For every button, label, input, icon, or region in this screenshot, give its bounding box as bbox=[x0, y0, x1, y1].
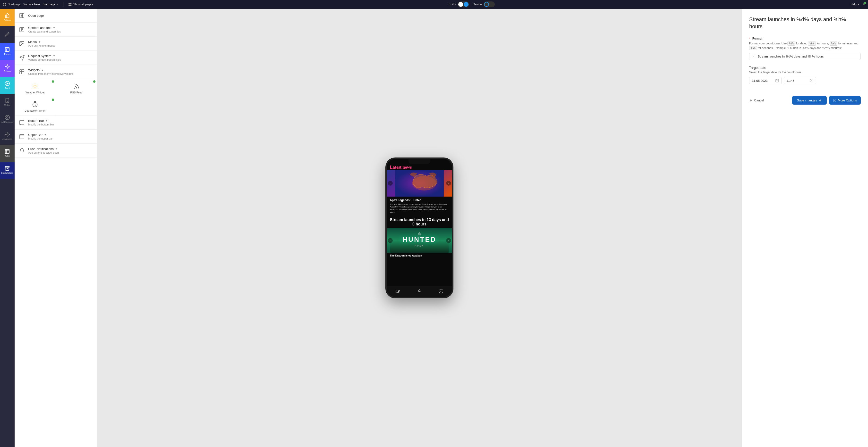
upper-bar-text: Upper Bar ▼ Modify the upper bar bbox=[28, 133, 93, 140]
phone-nav-gamepad[interactable] bbox=[395, 289, 400, 295]
format-input[interactable] bbox=[758, 55, 858, 58]
actions-row: Cancel Save changes More Options bbox=[749, 96, 861, 105]
sidebar-item-mobile[interactable]: Mobile bbox=[0, 94, 14, 111]
svg-rect-2 bbox=[3, 5, 4, 6]
phone-countdown-text: Stream launches in 13 days and 0 hours bbox=[390, 218, 449, 227]
calendar-icon bbox=[775, 79, 779, 82]
format-input-row[interactable] bbox=[749, 53, 861, 60]
device-toggle[interactable]: Device bbox=[473, 1, 495, 7]
countdown-timer-item[interactable]: Countdown Timer bbox=[14, 97, 56, 115]
preview-area: Latest news bbox=[97, 9, 742, 447]
cancel-arrow-icon bbox=[749, 99, 752, 102]
actions-divider bbox=[749, 90, 861, 90]
phone-bottom-nav bbox=[387, 286, 452, 297]
help-btn[interactable]: Help ▾ bbox=[850, 3, 859, 6]
save-changes-btn[interactable]: Save changes bbox=[792, 96, 827, 105]
date-input[interactable] bbox=[752, 79, 774, 82]
more-options-btn[interactable]: More Options bbox=[829, 96, 861, 105]
panel-widgets-header[interactable]: Widgets ▲ Choose from many interactive w… bbox=[14, 65, 97, 79]
main-layout: Publish Pages Design Try it Mobile All bbox=[0, 9, 868, 447]
content-text-text: Content and text ▼ Create texts and supe… bbox=[28, 26, 93, 33]
panel-bottom-bar[interactable]: Bottom Bar ▼ Modify the bottom bar bbox=[14, 115, 97, 130]
weather-widget-item[interactable]: Weather Widget bbox=[14, 79, 56, 97]
sidebar-item-all-elements[interactable]: All Elements bbox=[0, 111, 14, 128]
device-toggle-btn[interactable] bbox=[484, 1, 495, 7]
show-all-pages-btn[interactable]: Show all pages bbox=[68, 3, 93, 6]
content-text-title: Content and text ▼ bbox=[28, 26, 93, 30]
sidebar-item-design2[interactable]: Design bbox=[0, 60, 14, 77]
widgets-chevron: ▲ bbox=[41, 69, 43, 71]
editor-toggle[interactable]: Editor bbox=[448, 1, 469, 7]
panel-media[interactable]: Media ▼ Add any kind of media bbox=[14, 37, 97, 51]
phone-notch bbox=[408, 159, 430, 164]
time-input[interactable] bbox=[786, 79, 808, 82]
weather-widget-label: Weather Widget bbox=[26, 91, 45, 94]
svg-point-38 bbox=[34, 85, 36, 87]
open-page-btn[interactable]: Open page bbox=[14, 9, 97, 23]
bottom-bar-subtitle: Modify the bottom bar bbox=[28, 123, 93, 126]
svg-point-68 bbox=[834, 100, 835, 101]
svg-point-18 bbox=[7, 102, 7, 102]
svg-rect-53 bbox=[396, 290, 400, 293]
breadcrumb-chevron: ▾ bbox=[57, 3, 58, 6]
editor-toggle-blue[interactable] bbox=[464, 2, 468, 7]
panel-upper-bar[interactable]: Upper Bar ▼ Modify the upper bar bbox=[14, 130, 97, 144]
phone-game-carousel-next[interactable]: › bbox=[446, 238, 451, 243]
sidebar-item-design[interactable] bbox=[0, 26, 14, 43]
sidebar-item-publish[interactable]: Publish bbox=[0, 9, 14, 26]
sidebar-item-advanced-label: Advanced bbox=[2, 138, 12, 140]
countdown-timer-label: Countdown Timer bbox=[25, 109, 45, 112]
panel-push-notifications[interactable]: Push-Notifications ▼ Add buttons to allo… bbox=[14, 144, 97, 158]
sidebar-item-advanced[interactable]: Advanced bbox=[0, 128, 14, 145]
more-options-gear-icon bbox=[833, 99, 836, 102]
phone-carousel-next[interactable]: › bbox=[446, 181, 451, 186]
editor-toggle-white[interactable] bbox=[458, 2, 463, 7]
svg-text:APEX: APEX bbox=[415, 244, 424, 247]
svg-point-39 bbox=[74, 88, 74, 88]
phone-hero: ‹ › bbox=[387, 170, 452, 197]
panel-content-text[interactable]: Content and text ▼ Create texts and supe… bbox=[14, 23, 97, 37]
topbar-right: Help ▾ × bbox=[850, 2, 865, 6]
right-panel: Stream launches in %d% days and %h% hour… bbox=[742, 9, 868, 447]
format-label: * Format bbox=[749, 37, 861, 40]
sidebar-item-pages[interactable]: Pages bbox=[0, 43, 14, 60]
panel-request-system[interactable]: Request System ▼ Various contact possibi… bbox=[14, 51, 97, 65]
topbar-breadcrumb: You are here: Startpage ▾ bbox=[23, 3, 58, 6]
push-notifications-text: Push-Notifications ▼ Add buttons to allo… bbox=[28, 147, 93, 154]
topbar-logo[interactable]: Startpage bbox=[3, 3, 21, 6]
svg-rect-0 bbox=[3, 3, 4, 4]
phone-nav-user[interactable] bbox=[417, 289, 422, 295]
svg-point-33 bbox=[21, 42, 21, 43]
sidebar-item-rules-label: Rules bbox=[4, 155, 10, 158]
phone-nav-check[interactable] bbox=[439, 289, 443, 295]
phone-carousel-prev[interactable]: ‹ bbox=[388, 181, 393, 186]
device-toggle-mobile[interactable] bbox=[489, 2, 494, 7]
phone-article2-title: The Dragon Isles Awaken bbox=[390, 254, 449, 257]
rss-feed-item[interactable]: RSS Feed bbox=[56, 79, 97, 97]
hunted-svg: HUNTED APEX bbox=[390, 228, 448, 253]
phone-hero-img bbox=[387, 170, 452, 197]
svg-rect-6 bbox=[68, 5, 70, 6]
editor-toggle-btn[interactable] bbox=[458, 1, 469, 7]
format-code-m: %m% bbox=[830, 41, 837, 46]
right-actions: Save changes More Options bbox=[792, 96, 861, 105]
sidebar-item-try[interactable]: Try it bbox=[0, 77, 14, 94]
date-time-row bbox=[749, 77, 861, 84]
cancel-btn[interactable]: Cancel bbox=[749, 99, 764, 102]
push-notifications-subtitle: Add buttons to allow push bbox=[28, 151, 93, 154]
phone-game-carousel-prev[interactable]: ‹ bbox=[388, 238, 393, 243]
target-date-section: Target date Select the target date for t… bbox=[749, 66, 861, 84]
request-system-subtitle: Various contact possibilities bbox=[28, 58, 93, 61]
format-required: * bbox=[749, 37, 750, 40]
request-system-text: Request System ▼ Various contact possibi… bbox=[28, 54, 93, 61]
time-input-box[interactable] bbox=[784, 77, 816, 84]
sidebar-item-all-elements-label: All Elements bbox=[1, 121, 13, 124]
format-description: Format your countdown. Use %d% for days,… bbox=[749, 41, 861, 50]
device-toggle-desktop[interactable] bbox=[484, 2, 489, 7]
sidebar-item-rules[interactable]: Rules bbox=[0, 145, 14, 162]
svg-point-20 bbox=[5, 115, 9, 119]
date-input-box[interactable] bbox=[749, 77, 782, 84]
sidebar-item-publish-label: Publish bbox=[4, 19, 11, 22]
dragon-svg bbox=[395, 170, 444, 197]
sidebar-item-marketplace[interactable]: Marketplace bbox=[0, 162, 14, 179]
